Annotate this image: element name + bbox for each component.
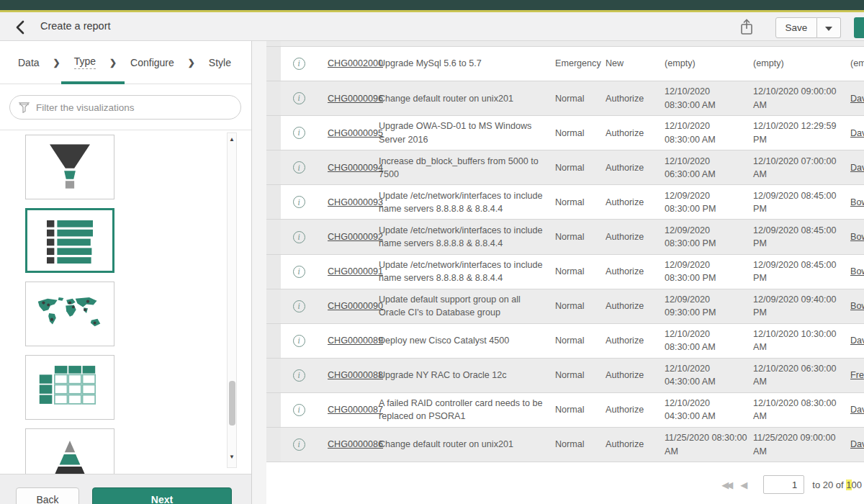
start-date-cell: 12/10/2020 08:30:00 AM <box>665 116 753 150</box>
priority-cell: Normal <box>555 220 606 253</box>
viz-thumb-table[interactable] <box>25 355 114 420</box>
priority-cell: Normal <box>555 393 606 427</box>
state-cell: Authorize <box>606 359 665 392</box>
info-icon[interactable] <box>293 438 305 451</box>
scrollbar-thumb[interactable] <box>229 381 235 426</box>
assignee-cell[interactable]: Dav <box>843 116 864 150</box>
assignee-cell[interactable]: (em <box>843 47 864 81</box>
assignee-cell[interactable]: Bow <box>843 220 864 253</box>
info-icon[interactable] <box>293 266 305 278</box>
save-button[interactable]: Save <box>775 17 817 38</box>
funnel-chart-icon <box>37 142 102 192</box>
assignee-cell[interactable]: Bow <box>843 255 864 289</box>
change-number-link[interactable]: CHG0000088 <box>328 369 383 382</box>
state-cell: Authorize <box>606 185 665 219</box>
change-number-link[interactable]: CHG0002000 <box>328 57 383 70</box>
assignee-cell[interactable]: Bow <box>843 289 864 323</box>
change-number-link[interactable]: CHG0000087 <box>328 403 383 416</box>
priority-cell: Emergency <box>555 47 606 81</box>
row-gutter <box>266 185 281 219</box>
table-row: CHG0000088 Upgrade NY RAC to Oracle 12c … <box>266 359 864 393</box>
table-row: CHG0000086 Change default router on unix… <box>266 428 864 462</box>
viz-thumb-list[interactable] <box>25 208 114 273</box>
info-icon[interactable] <box>293 58 305 70</box>
row-gutter <box>266 47 281 81</box>
state-cell: Authorize <box>606 116 665 150</box>
back-button[interactable]: Back <box>16 487 79 504</box>
change-number-link[interactable]: CHG0000090 <box>328 300 383 312</box>
save-menu-button[interactable] <box>817 17 841 38</box>
change-number-link[interactable]: CHG0000089 <box>328 334 383 347</box>
info-icon[interactable] <box>293 196 305 208</box>
first-page-button[interactable]: ◀◀ <box>721 480 730 490</box>
assignee-cell[interactable]: Dav <box>843 428 864 462</box>
change-number-link[interactable]: CHG0000092 <box>328 230 383 243</box>
chevron-left-icon <box>14 19 33 35</box>
state-cell: Authorize <box>606 220 665 253</box>
info-cell <box>281 289 317 323</box>
previous-page-button[interactable]: ◀ <box>740 480 747 490</box>
assignee-cell[interactable]: Dav <box>843 324 864 358</box>
number-cell: CHG0002000 <box>317 47 379 81</box>
scroll-up-arrow-icon[interactable]: ▲ <box>228 135 236 144</box>
step-configure[interactable]: Configure <box>130 57 174 68</box>
table-row: CHG0000095 Upgrade OWA-SD-01 to MS Windo… <box>266 116 864 150</box>
table-row: CHG0000090 Update default support group … <box>266 289 864 324</box>
short-description: Update /etc/network/interfaces to includ… <box>379 255 555 289</box>
assignee-cell[interactable]: Dav <box>843 150 864 184</box>
assignee-cell[interactable]: Bow <box>843 185 864 219</box>
state-cell: New <box>606 47 665 81</box>
short-description: Increase db_block_buffers from 5000 to 7… <box>379 150 555 184</box>
info-icon[interactable] <box>293 335 305 347</box>
header-teal-button-fragment[interactable] <box>854 17 864 38</box>
step-style[interactable]: Style <box>209 57 231 68</box>
end-date-cell: (empty) <box>753 47 843 81</box>
step-data[interactable]: Data <box>18 57 40 68</box>
table-row: CHG0000094 Increase db_block_buffers fro… <box>266 150 864 185</box>
info-cell <box>281 324 317 358</box>
info-icon[interactable] <box>293 231 305 243</box>
change-number-link[interactable]: CHG0000096 <box>328 92 383 105</box>
change-number-link[interactable]: CHG0000086 <box>328 438 383 451</box>
viz-thumb-map[interactable] <box>25 282 114 346</box>
info-icon[interactable] <box>293 369 305 382</box>
info-icon[interactable] <box>293 127 305 139</box>
number-cell: CHG0000090 <box>317 289 379 323</box>
info-icon[interactable] <box>293 161 305 174</box>
short-description: Deploy new Cisco Catalyst 4500 <box>379 324 555 358</box>
number-cell: CHG0000091 <box>317 255 379 289</box>
priority-cell: Normal <box>555 81 606 115</box>
change-number-link[interactable]: CHG0000094 <box>328 161 383 174</box>
info-icon[interactable] <box>293 404 305 416</box>
share-button[interactable] <box>739 17 757 37</box>
priority-cell: Normal <box>555 185 606 219</box>
row-gutter <box>266 428 281 462</box>
state-cell: Authorize <box>606 255 665 289</box>
assignee-cell[interactable]: Dav <box>843 393 864 427</box>
row-gutter <box>266 81 281 115</box>
assignee-cell[interactable]: Dav <box>843 81 864 115</box>
back-chevron-button[interactable] <box>14 18 33 37</box>
end-date-cell: 12/09/2020 08:45:00 PM <box>753 185 843 219</box>
short-description: Update /etc/network/interfaces to includ… <box>379 185 555 219</box>
next-button[interactable]: Next <box>92 487 232 504</box>
viz-scrollbar[interactable]: ▲ ▼ <box>227 132 237 468</box>
row-gutter <box>266 393 281 427</box>
assignee-cell[interactable]: Fre <box>843 359 864 392</box>
info-icon[interactable] <box>293 300 305 312</box>
scroll-down-arrow-icon[interactable]: ▼ <box>228 453 236 462</box>
change-number-link[interactable]: CHG0000095 <box>328 127 383 140</box>
filter-input[interactable] <box>36 102 232 113</box>
change-number-link[interactable]: CHG0000091 <box>328 265 383 278</box>
info-icon[interactable] <box>293 92 305 104</box>
viz-thumb-funnel[interactable] <box>25 135 114 199</box>
start-date-cell: 12/10/2020 06:30:00 AM <box>665 150 753 184</box>
table-row: CHG0000096 Change default router on unix… <box>266 81 864 116</box>
change-number-link[interactable]: CHG0000093 <box>328 196 383 209</box>
info-cell <box>281 116 317 150</box>
page-number-input[interactable] <box>763 475 804 494</box>
create-report-window: Create a report Save Data ❯ Type ❯ Confi… <box>0 0 864 504</box>
step-type[interactable]: Type <box>74 55 96 69</box>
info-cell <box>281 47 317 81</box>
short-description: Update default support group on all Orac… <box>379 289 555 323</box>
